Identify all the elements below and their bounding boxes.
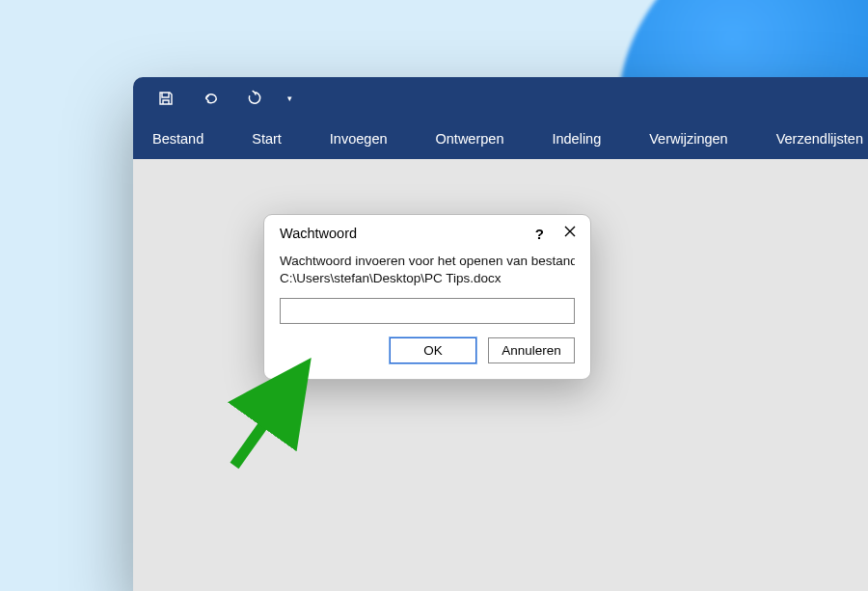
ok-button[interactable]: OK (390, 337, 476, 363)
dialog-title-text: Wachtwoord (280, 226, 357, 241)
dialog-titlebar: Wachtwoord ? (264, 215, 590, 248)
ribbon-tabs: Bestand Start Invoegen Ontwerpen Indelin… (133, 119, 868, 159)
tab-bestand[interactable]: Bestand (147, 127, 209, 150)
tab-ontwerpen[interactable]: Ontwerpen (430, 127, 510, 150)
dialog-message-line1: Wachtwoord invoeren voor het openen van … (280, 254, 575, 268)
quick-access-toolbar: ▾ (133, 77, 868, 119)
save-icon[interactable] (158, 91, 174, 106)
customize-qat-icon[interactable]: ▾ (287, 94, 292, 103)
help-icon[interactable]: ? (535, 226, 544, 242)
close-icon[interactable] (563, 225, 577, 242)
password-input[interactable] (280, 298, 575, 324)
tab-indeling[interactable]: Indeling (546, 127, 607, 150)
password-dialog: Wachtwoord ? Wachtwoord invoeren voor he… (263, 214, 591, 380)
tab-verzendlijsten[interactable]: Verzendlijsten (771, 127, 868, 150)
tab-verwijzingen[interactable]: Verwijzingen (643, 127, 733, 150)
repeat-icon[interactable] (247, 91, 262, 106)
cancel-button[interactable]: Annuleren (488, 337, 575, 363)
tab-invoegen[interactable]: Invoegen (324, 127, 393, 150)
undo-icon[interactable] (203, 91, 218, 106)
tab-start[interactable]: Start (246, 127, 287, 150)
dialog-message-line2: C:\Users\stefan\Desktop\PC Tips.docx (280, 271, 575, 285)
